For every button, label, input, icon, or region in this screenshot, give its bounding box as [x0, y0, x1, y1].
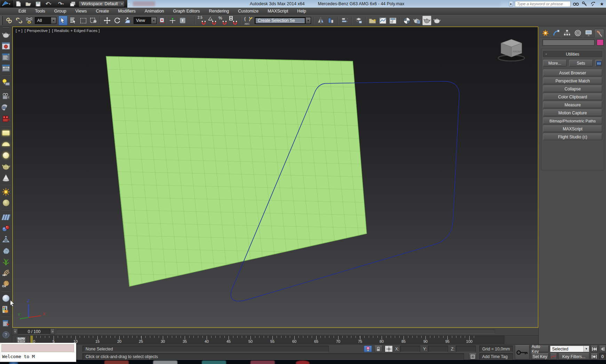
save-file-icon[interactable] — [34, 1, 42, 7]
viewport-menu-shading[interactable]: [ Realistic + Edged Faces ] — [52, 29, 99, 33]
menu-help[interactable]: Help — [293, 8, 311, 15]
align-icon[interactable] — [326, 16, 335, 25]
tab-motion[interactable] — [573, 29, 583, 38]
color-swatch[interactable] — [597, 39, 604, 46]
metaball-spheres-icon[interactable] — [1, 224, 11, 233]
windows-taskbar[interactable] — [0, 360, 606, 364]
texture-palette-icon[interactable] — [1, 305, 11, 314]
track-bar-ruler[interactable]: 0 5 10 15 20 25 30 35 40 45 50 55 60 65 … — [30, 335, 504, 345]
more-button[interactable]: More... — [543, 60, 567, 66]
tab-utilities[interactable] — [594, 29, 604, 38]
tab-modify[interactable] — [551, 29, 561, 38]
tab-hierarchy[interactable] — [562, 29, 572, 38]
auto-key-button[interactable]: Auto Key — [531, 346, 549, 352]
blue-sphere-icon[interactable] — [1, 293, 11, 303]
menu-graph-editors[interactable]: Graph Editors — [168, 8, 204, 15]
set-keys-button[interactable] — [515, 345, 529, 359]
teapot-render-icon[interactable] — [1, 30, 11, 39]
named-selection-sets-dropdown[interactable]: Create Selection Se ▼ — [255, 17, 311, 24]
select-and-scale-icon[interactable] — [123, 16, 132, 25]
undo-icon[interactable]: ↶▾ — [44, 1, 54, 7]
viewport-menu-general[interactable]: [ + ] — [16, 29, 23, 33]
communication-center-icon[interactable] — [590, 1, 597, 7]
taskbar-item[interactable] — [104, 361, 129, 364]
go-to-start-button[interactable] — [591, 346, 598, 352]
rendered-frame-buffer-icon[interactable] — [1, 41, 11, 50]
menu-tools[interactable]: Tools — [31, 8, 50, 15]
sphere-primitive-icon[interactable] — [1, 151, 11, 160]
menu-animation[interactable]: Animation — [140, 8, 169, 15]
taskbar-item[interactable] — [296, 361, 310, 364]
toolbar-grip[interactable] — [1, 16, 3, 25]
lock-selection-toggle[interactable] — [374, 346, 382, 352]
camera-grey-icon[interactable] — [1, 92, 11, 101]
select-and-rotate-icon[interactable] — [113, 16, 122, 25]
bind-to-space-warp-icon[interactable] — [25, 16, 34, 25]
infocenter-arrow-icon[interactable]: ▸ — [509, 1, 513, 7]
tab-display[interactable] — [583, 29, 593, 38]
utility-flight-studio[interactable]: Flight Studio (c) — [543, 134, 602, 140]
key-mode-toggle-button[interactable] — [591, 353, 598, 360]
next-frame-button[interactable]: > — [50, 329, 55, 334]
redo-icon[interactable]: ↷▾ — [56, 1, 67, 7]
selection-filter-dropdown[interactable]: All ▼ — [35, 17, 56, 24]
key-filters-button[interactable]: Key Filters... — [558, 353, 589, 360]
open-file-icon[interactable] — [24, 1, 32, 7]
utilities-rollout-header[interactable]: - Utilities — [543, 51, 602, 57]
layer-manager-icon[interactable] — [340, 16, 349, 25]
window-crossing-icon[interactable] — [89, 16, 98, 25]
edit-named-selection-sets-icon[interactable]: { } ABC — [243, 16, 254, 25]
video-post-dialog-icon[interactable] — [1, 63, 11, 73]
taskbar-item[interactable] — [250, 361, 275, 364]
script-dialog-icon[interactable] — [1, 319, 11, 328]
menu-modifiers[interactable]: Modifiers — [113, 8, 140, 15]
time-slider-handle[interactable]: 0 / 100 — [18, 329, 50, 334]
select-by-name-icon[interactable] — [69, 16, 78, 25]
taskbar-item[interactable] — [202, 361, 226, 364]
time-slider-track[interactable] — [56, 329, 495, 334]
y-coordinate-field[interactable] — [428, 346, 448, 352]
absolute-mode-toggle[interactable] — [385, 346, 393, 352]
menu-create[interactable]: Create — [91, 8, 114, 15]
configure-button-sets-icon[interactable] — [595, 60, 602, 66]
utility-perspective-match[interactable]: Perspective Match — [543, 78, 602, 84]
viewcube[interactable]: FRONT — [493, 36, 529, 63]
previous-frame-playback-button[interactable] — [599, 346, 606, 352]
rock-object-icon[interactable] — [1, 246, 11, 255]
mirror-icon[interactable] — [316, 16, 325, 25]
utility-name-field[interactable] — [542, 39, 595, 46]
search-icon[interactable] — [572, 1, 579, 7]
curve-editor-icon[interactable] — [378, 16, 387, 25]
camera-red-icon[interactable] — [1, 114, 11, 123]
wire-teapot-icon[interactable] — [1, 162, 11, 171]
light-lister-icon[interactable] — [1, 78, 11, 87]
render-setup-icon[interactable] — [412, 16, 421, 25]
previous-frame-button[interactable]: < — [13, 329, 17, 334]
olive-sphere-icon[interactable] — [1, 198, 11, 208]
sun-daylight-icon[interactable] — [1, 187, 11, 196]
menu-group[interactable]: Group — [50, 8, 71, 15]
hair-fur-hf-icon[interactable]: HF — [1, 268, 11, 277]
dome-primitive-icon[interactable] — [1, 139, 11, 149]
schematic-view-icon[interactable] — [388, 16, 397, 25]
menu-edit[interactable]: Edit — [14, 8, 31, 15]
keyboard-shortcut-override-icon[interactable] — [178, 16, 187, 25]
rendered-frame-window-icon[interactable] — [422, 16, 431, 25]
tab-create[interactable] — [540, 29, 550, 38]
project-folder-icon[interactable] — [69, 1, 77, 7]
taskbar-item[interactable] — [153, 361, 177, 364]
utility-color-clipboard[interactable]: Color Clipboard — [543, 94, 602, 100]
cone-primitive-icon[interactable] — [1, 173, 11, 182]
select-and-move-icon[interactable] — [103, 16, 112, 25]
set-key-button[interactable]: Set Key — [531, 353, 549, 360]
select-object-button[interactable] — [58, 16, 67, 25]
utility-motion-capture[interactable]: Motion Capture — [543, 110, 602, 116]
plane-object[interactable] — [106, 56, 367, 286]
ffd-lattice-icon[interactable] — [1, 235, 11, 244]
new-file-icon[interactable] — [15, 1, 22, 7]
x-coordinate-field[interactable] — [400, 346, 420, 352]
selected-mode-dropdown[interactable]: Selected ▼ — [550, 346, 589, 352]
menu-maxscript[interactable]: MAXScript — [263, 8, 293, 15]
utility-measure[interactable]: Measure — [543, 102, 602, 108]
current-frame-field[interactable]: 0 — [599, 353, 606, 360]
